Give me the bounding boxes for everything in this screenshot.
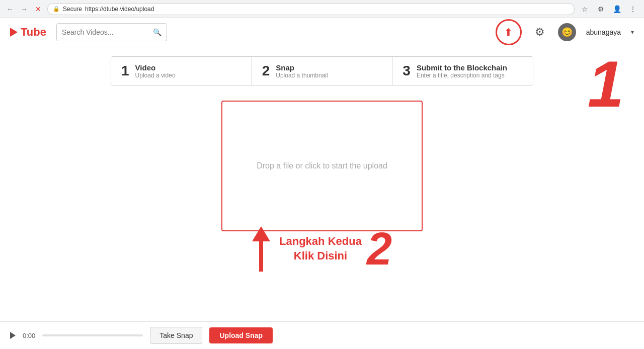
play-icon[interactable] [10,332,16,339]
annotation-number-1: 1 [588,51,624,117]
steps-bar: 1 Video Upload a video 2 Snap Upload a t… [111,56,533,85]
arrow-container [252,226,270,272]
browser-chrome: ← → ✕ 🔒 Secure https://dtube.video/uploa… [0,0,644,18]
step-2: 2 Snap Upload a thumbnail [252,57,393,85]
secure-label: Secure [63,6,82,13]
menu-icon[interactable]: ⋮ [627,3,639,15]
step-3-subtitle: Enter a title, description and tags [417,72,507,79]
extension-icon-1[interactable]: ⚙ [595,3,607,15]
search-bar[interactable]: 🔍 [56,23,167,41]
secure-icon: 🔒 [53,6,60,12]
time-display: 0:00 [23,332,35,339]
step-3-title: Submit to the Blockchain [417,63,507,72]
upload-snap-button[interactable]: Upload Snap [209,327,273,343]
step-3-number: 3 [403,63,411,79]
logo-play-icon [10,28,18,37]
url-text: https://dtube.video/upload [85,6,154,13]
annotation-line2: Klik Disini [279,249,362,264]
step-1-title: Video [135,63,176,72]
arrow-up-icon [252,226,270,241]
username-label: abunagaya [586,28,621,36]
upload-drop-area[interactable]: Drop a file or click to start the upload [221,101,423,231]
reload-button[interactable]: ✕ [33,4,43,14]
annotation-number-2: 2 [367,226,392,272]
bookmark-icon[interactable]: ☆ [579,3,591,15]
search-icon: 🔍 [153,28,162,36]
step-3: 3 Submit to the Blockchain Enter a title… [392,57,533,85]
avatar: 😊 [558,23,576,41]
forward-button[interactable]: → [19,4,29,14]
arrow-shaft [259,241,263,272]
step-1-subtitle: Upload a video [135,72,176,79]
progress-bar[interactable] [42,334,143,336]
app-header: Tube 🔍 ⬆ ⚙ 😊 abunagaya ▾ [0,18,644,46]
logo-text: Tube [21,26,46,39]
bottom-bar: 0:00 Take Snap Upload Snap [0,321,644,349]
step-1-number: 1 [121,63,129,79]
dropdown-arrow-icon[interactable]: ▾ [631,29,634,36]
annotation-line1: Langkah Kedua [279,234,362,249]
take-snap-button[interactable]: Take Snap [150,327,202,344]
logo[interactable]: Tube [10,26,46,39]
main-content: 1 1 Video Upload a video 2 Snap Upload a… [0,46,644,282]
upload-button[interactable]: ⬆ [496,19,522,45]
step-2-number: 2 [262,63,270,79]
search-input[interactable] [62,28,149,36]
annotation-text: Langkah Kedua Klik Disini [279,234,362,263]
extension-icon-2[interactable]: 👤 [611,3,623,15]
settings-icon[interactable]: ⚙ [535,26,545,39]
step-2-title: Snap [276,63,328,72]
step-2-subtitle: Upload a thumbnail [276,72,328,79]
address-bar[interactable]: 🔒 Secure https://dtube.video/upload [47,3,575,15]
back-button[interactable]: ← [5,4,15,14]
annotation-area: Langkah Kedua Klik Disini 2 [111,226,533,272]
step-1: 1 Video Upload a video [111,57,252,85]
upload-icon: ⬆ [504,26,513,38]
drop-text: Drop a file or click to start the upload [257,161,387,170]
